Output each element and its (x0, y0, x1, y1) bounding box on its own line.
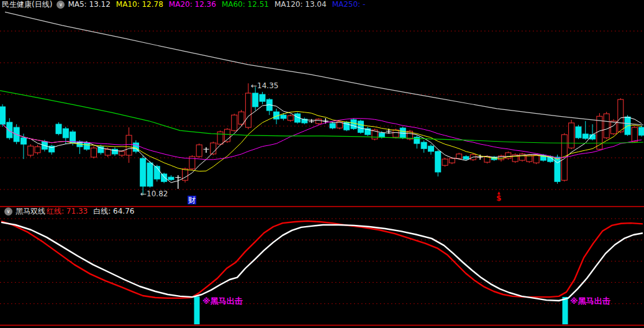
signal-label-2: ※黑马出击 (570, 296, 610, 306)
candlestick-and-indicator-chart[interactable] (0, 0, 644, 328)
signal-label-1: ※黑马出击 (202, 296, 243, 306)
ma-legend-item: MA10: 12.78 (116, 0, 163, 9)
main-chart-header: 民生健康(日线) ∨ MA5: 13.12MA10: 12.78MA20: 12… (0, 0, 371, 9)
ma-legend-item: MA120: 13.04 (274, 0, 327, 9)
ma-legend-item: MA250: - (332, 0, 366, 9)
ma-legend-item: MA5: 13.12 (68, 0, 110, 9)
dividend-marker[interactable]: ▲ $ (496, 191, 501, 202)
indicator-header: ∨ 黑马双线 红线: 71.33白线: 64.76 (0, 207, 140, 216)
stock-app-window: 民生健康(日线) ∨ MA5: 13.12MA10: 12.78MA20: 12… (0, 0, 644, 328)
ma-legend-item: MA60: 12.51 (222, 0, 269, 9)
chevron-down-icon[interactable]: ∨ (4, 207, 12, 216)
indicator-legend-item: 红线: 71.33 (47, 207, 88, 216)
ma-legend-item: MA20: 12.36 (169, 0, 216, 9)
chevron-down-icon[interactable]: ∨ (57, 1, 65, 9)
ma-legend: MA5: 13.12MA10: 12.78MA20: 12.36MA60: 12… (68, 0, 371, 9)
indicator-legend: 红线: 71.33白线: 64.76 (47, 207, 140, 216)
low-price-label: ←10.82 (140, 190, 168, 198)
stock-title: 民生健康(日线) (2, 0, 52, 9)
indicator-title: 黑马双线 (16, 207, 45, 216)
indicator-legend-item: 白线: 64.76 (93, 207, 134, 216)
news-marker-cai[interactable]: 财 (188, 196, 196, 204)
high-price-label: ←14.35 (251, 82, 278, 90)
dollar-icon: $ (496, 194, 501, 202)
